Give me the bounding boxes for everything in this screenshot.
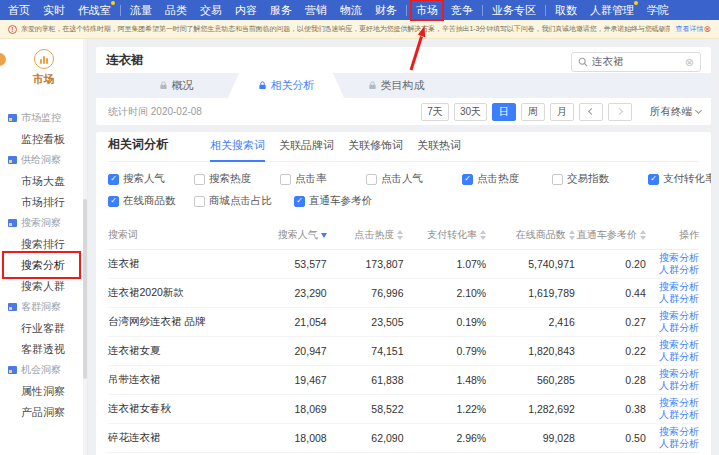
cell-search-popularity: 23,290 [250,279,327,308]
metric-checkbox-search-heat[interactable]: ✓搜索热度 [194,172,280,186]
search-analysis-link[interactable]: 搜索分析 [659,397,699,409]
nav-item-trade[interactable]: 交易 [200,0,222,20]
crowd-analysis-link[interactable]: 人群分析 [659,322,699,334]
nav-item-home[interactable]: 首页 [8,0,30,20]
search-analysis-link[interactable]: 搜索分析 [659,368,699,380]
crowd-analysis-link[interactable]: 人群分析 [659,351,699,363]
sidebar-item-search-ranking[interactable]: 搜索排行 [0,234,87,254]
checkbox-icon: ✓ [366,174,377,185]
nav-item-war-room[interactable]: 作战室 [78,0,111,20]
sidebar-item-product-insight[interactable]: 产品洞察 [0,402,87,422]
col-header-ztc-price[interactable]: 直通车参考价 [575,222,646,250]
sort-icon[interactable] [569,230,575,240]
search-input[interactable] [592,56,685,68]
crowd-analysis-link[interactable]: 人群分析 [659,409,699,421]
subtab-related-search-words[interactable]: 相关搜索词 [210,138,265,161]
metric-checkbox-online-items[interactable]: ✓在线商品数 [108,194,194,208]
subtab-related-brand-words[interactable]: 关联品牌词 [279,138,334,161]
cell-search-popularity: 18,008 [250,424,327,453]
close-icon[interactable]: ⊗ [703,25,711,34]
terminal-filter-dropdown[interactable]: 所有终端 [650,105,701,119]
sidebar-item-market-ranking[interactable]: 市场排行 [0,192,87,212]
sidebar-item-search-analysis[interactable]: 搜索分析 [0,255,87,275]
col-header-conversion[interactable]: 支付转化率 [403,222,486,250]
next-date-button[interactable] [608,103,632,121]
metric-checkbox-click-rate[interactable]: ✓点击率 [280,172,366,186]
metric-checkbox-mall-click-share[interactable]: ✓商城点击占比 [194,194,294,208]
metric-checkbox-click-heat[interactable]: ✓点击热度 [462,172,552,186]
crowd-analysis-link[interactable]: 人群分析 [659,438,699,450]
chevron-right-icon [616,108,623,115]
nav-item-content[interactable]: 内容 [235,0,257,20]
crowd-analysis-link[interactable]: 人群分析 [659,380,699,392]
sort-icon[interactable] [397,230,403,240]
cell-ztc-price: 0.22 [575,337,646,366]
cell-online-items: 99,028 [486,424,575,453]
nav-item-crowd-management[interactable]: 人群管理 [590,0,634,20]
view-details-link[interactable]: 查看详情 [675,24,703,34]
cell-click-heat: 23,505 [327,308,404,337]
date-btn-week[interactable]: 周 [521,103,545,121]
tab-category-composition[interactable]: 类目构成 [344,73,448,98]
nav-item-traffic[interactable]: 流量 [130,0,152,20]
search-analysis-link[interactable]: 搜索分析 [659,310,699,322]
sidebar-scrollbar-thumb[interactable] [83,199,87,379]
nav-item-category[interactable]: 品类 [165,0,187,20]
sidebar-item-customer-perspective[interactable]: 客群透视 [0,339,87,359]
checkbox-icon: ✓ [294,196,305,207]
search-analysis-link[interactable]: 搜索分析 [659,281,699,293]
nav-item-market[interactable]: 市场 [416,0,438,20]
nav-item-competition[interactable]: 竞争 [451,0,473,20]
col-header-search-popularity[interactable]: 搜索人气 [250,222,327,250]
metric-checkbox-conversion-rate[interactable]: ✓支付转化率 [648,172,711,186]
clear-icon[interactable]: ⊗ [685,57,694,68]
search-analysis-link[interactable]: 搜索分析 [659,339,699,351]
sort-icon[interactable] [640,230,646,240]
crowd-analysis-link[interactable]: 人群分析 [659,293,699,305]
sidebar-menu: 市场监控 监控看板 供给洞察 市场大盘 市场排行 搜索洞察 搜索排行 搜索分析 … [0,103,87,422]
sidebar-item-search-crowd[interactable]: 搜索人群 [0,276,87,296]
nav-item-finance[interactable]: 财务 [375,0,397,20]
nav-item-data-fetch[interactable]: 取数 [555,0,577,20]
sidebar-item-market-overview[interactable]: 市场大盘 [0,171,87,191]
prev-date-button[interactable] [579,103,603,121]
cell-click-heat: 62,090 [327,424,404,453]
nav-item-logistics[interactable]: 物流 [340,0,362,20]
chevron-left-icon [588,108,595,115]
folder-icon [8,219,17,227]
col-header-online-items[interactable]: 在线商品数 [486,222,575,250]
nav-item-business-zone[interactable]: 业务专区 [492,0,536,20]
subtab-related-modifier-words[interactable]: 关联修饰词 [348,138,403,161]
search-analysis-link[interactable]: 搜索分析 [659,252,699,264]
tab-overview[interactable]: 概况 [124,73,228,98]
nav-item-realtime[interactable]: 实时 [43,0,65,20]
cell-online-items: 1,619,789 [486,279,575,308]
metric-checkbox-search-popularity[interactable]: ✓搜索人气 [108,172,194,186]
keyword-header-card: 连衣裙 ⊗ 概况 相关分析 [96,47,711,125]
cell-click-heat: 74,151 [327,337,404,366]
search-analysis-link[interactable]: 搜索分析 [659,426,699,438]
tab-related-analysis[interactable]: 相关分析 [228,73,344,98]
subtab-related-hot-words[interactable]: 关联热词 [417,138,461,161]
col-header-click-heat[interactable]: 点击热度 [327,222,404,250]
crowd-analysis-link[interactable]: 人群分析 [659,264,699,276]
sidebar-item-industry-customers[interactable]: 行业客群 [0,318,87,338]
nav-item-marketing[interactable]: 营销 [305,0,327,20]
nav-item-service[interactable]: 服务 [270,0,292,20]
sort-desc-icon[interactable] [321,233,327,238]
date-btn-30d[interactable]: 30天 [454,103,487,121]
date-btn-month[interactable]: 月 [550,103,574,121]
metric-checkbox-trade-index[interactable]: ✓交易指数 [552,172,648,186]
date-btn-7d[interactable]: 7天 [421,103,449,121]
checkbox-icon: ✓ [280,174,291,185]
sort-icon[interactable] [480,230,486,240]
metric-checkbox-ztc-price[interactable]: ✓直通车参考价 [294,194,699,208]
sidebar-item-monitor-board[interactable]: 监控看板 [0,129,87,149]
notice-bar: ! 亲爱的掌柜，在这个特殊时期，阿里集团希望第一时间了解您生意动态和当前面临的问… [0,20,719,39]
nav-item-academy[interactable]: 学院 [647,0,669,20]
cell-conversion: 1.48% [403,366,486,395]
keyword-search-box[interactable]: ⊗ [571,52,701,72]
sidebar-item-attribute-insight[interactable]: 属性洞察 [0,381,87,401]
date-btn-day[interactable]: 日 [492,103,516,121]
metric-checkbox-click-popularity[interactable]: ✓点击人气 [366,172,462,186]
